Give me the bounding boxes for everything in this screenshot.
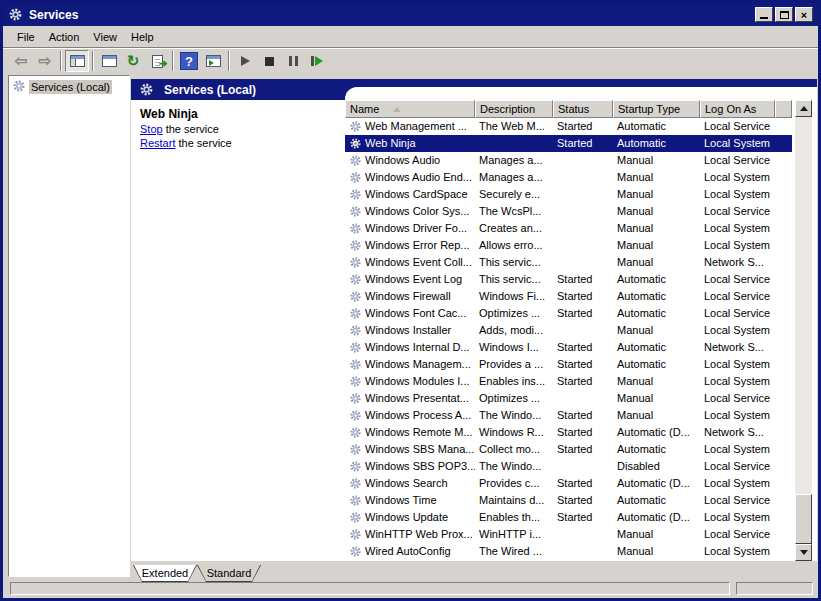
tree-item-label: Services (Local): [29, 80, 112, 94]
service-gear-icon: [349, 341, 362, 354]
service-log-on-as: Local System: [700, 441, 775, 458]
menu-help[interactable]: Help: [124, 29, 161, 45]
table-row[interactable]: Windows TimeMaintains d...StartedAutomat…: [345, 492, 792, 509]
service-status: Started: [553, 509, 613, 526]
table-row[interactable]: Windows Error Rep...Allows erro...Manual…: [345, 237, 792, 254]
table-row[interactable]: Windows Internal D...Windows I...Started…: [345, 339, 792, 356]
service-name: Windows Color Sys...: [365, 203, 470, 220]
pause-service-button[interactable]: [281, 50, 305, 72]
start-service-button[interactable]: [233, 50, 257, 72]
services-gear-icon: [139, 82, 154, 97]
service-startup-type: Automatic: [613, 305, 700, 322]
table-row[interactable]: Windows SearchProvides c...StartedAutoma…: [345, 475, 792, 492]
minimize-button[interactable]: [755, 7, 773, 22]
scroll-up-button[interactable]: [795, 100, 812, 117]
export-list-button[interactable]: ➔: [145, 50, 169, 72]
column-header-status[interactable]: Status: [553, 100, 613, 118]
table-row[interactable]: Windows CardSpaceSecurely e...ManualLoca…: [345, 186, 792, 203]
table-row[interactable]: Windows Event Coll...This servic...Manua…: [345, 254, 792, 271]
service-description: The Windo...: [475, 458, 553, 475]
service-log-on-as: Local System: [700, 237, 775, 254]
service-rows: Web Management ...The Web M...StartedAut…: [345, 118, 792, 560]
table-row[interactable]: Windows Color Sys...The WcsPl...ManualLo…: [345, 203, 792, 220]
scroll-down-button[interactable]: [795, 544, 812, 561]
show-console-tree-button[interactable]: [65, 50, 89, 72]
service-name: Windows CardSpace: [365, 186, 468, 203]
service-name: Windows Time: [365, 492, 437, 509]
service-gear-icon: [349, 239, 362, 252]
stop-service-button[interactable]: [257, 50, 281, 72]
table-row[interactable]: Windows Presentat...Optimizes ...ManualL…: [345, 390, 792, 407]
service-name: Windows Internal D...: [365, 339, 470, 356]
service-gear-icon: [349, 528, 362, 541]
table-row[interactable]: Windows FirewallWindows Fi...StartedAuto…: [345, 288, 792, 305]
tree-item-services-local[interactable]: Services (Local): [12, 79, 129, 95]
back-button[interactable]: ⇦: [9, 50, 33, 72]
table-row[interactable]: Windows Remote M...Windows R...StartedAu…: [345, 424, 792, 441]
service-startup-type: Manual: [613, 543, 700, 560]
close-button[interactable]: ×: [795, 7, 813, 22]
service-description: Windows Fi...: [475, 288, 553, 305]
properties-button[interactable]: [97, 50, 121, 72]
menu-file[interactable]: File: [10, 29, 42, 45]
back-icon: ⇦: [15, 52, 28, 70]
export-list-icon: ➔: [152, 55, 163, 68]
service-status: [553, 186, 613, 203]
show-action-pane-button[interactable]: [201, 50, 225, 72]
table-row[interactable]: Windows Event LogThis servic...StartedAu…: [345, 271, 792, 288]
table-row[interactable]: Windows Driver Fo...Creates an...ManualL…: [345, 220, 792, 237]
table-row[interactable]: Windows SBS Mana...Collect mo...StartedA…: [345, 441, 792, 458]
service-log-on-as: Local Service: [700, 526, 775, 543]
vertical-scrollbar[interactable]: [795, 100, 812, 561]
service-name: Windows Installer: [365, 322, 451, 339]
service-name: Windows Error Rep...: [365, 237, 470, 254]
table-row[interactable]: Wired AutoConfigThe Wired ...ManualLocal…: [345, 543, 792, 560]
service-status: Started: [553, 475, 613, 492]
table-row[interactable]: Windows Font Cac...Optimizes ...StartedA…: [345, 305, 792, 322]
refresh-button[interactable]: ↻: [121, 50, 145, 72]
service-gear-icon: [349, 120, 362, 133]
table-row[interactable]: Windows UpdateEnables th...StartedAutoma…: [345, 509, 792, 526]
restart-service-link[interactable]: Restart: [140, 137, 175, 149]
stop-service-link[interactable]: Stop: [140, 123, 163, 135]
title-bar[interactable]: Services ×: [3, 3, 818, 26]
table-row[interactable]: Windows InstallerAdds, modi...ManualLoca…: [345, 322, 792, 339]
service-gear-icon: [349, 477, 362, 490]
column-header-description[interactable]: Description: [475, 100, 553, 118]
table-row[interactable]: Windows AudioManages a...ManualLocal Ser…: [345, 152, 792, 169]
service-name: Windows Event Log: [365, 271, 462, 288]
service-description: The Windo...: [475, 407, 553, 424]
column-header-startup-type[interactable]: Startup Type: [613, 100, 700, 118]
table-row[interactable]: Web NinjaStartedAutomaticLocal System: [345, 135, 792, 152]
service-description: Collect mo...: [475, 441, 553, 458]
menu-view[interactable]: View: [86, 29, 124, 45]
table-row[interactable]: Windows Managem...Provides a ...StartedA…: [345, 356, 792, 373]
menu-action[interactable]: Action: [42, 29, 87, 45]
toolbar: ⇦ ⇨ ↻ ➔ ?: [3, 47, 818, 74]
status-bar: [3, 579, 818, 598]
service-status: [553, 526, 613, 543]
maximize-button[interactable]: [775, 7, 793, 22]
table-row[interactable]: Web Management ...The Web M...StartedAut…: [345, 118, 792, 135]
service-description: Manages a...: [475, 169, 553, 186]
sort-ascending-icon: [393, 107, 401, 112]
help-button[interactable]: ?: [177, 50, 201, 72]
service-log-on-as: Local System: [700, 475, 775, 492]
forward-button[interactable]: ⇨: [33, 50, 57, 72]
restart-service-button[interactable]: [305, 50, 329, 72]
column-header-name[interactable]: Name: [345, 100, 475, 118]
console-tree-pane: Services (Local): [8, 75, 130, 577]
table-row[interactable]: Windows Audio End...Manages a...ManualLo…: [345, 169, 792, 186]
column-header-log-on-as[interactable]: Log On As: [700, 100, 775, 118]
service-description: Optimizes ...: [475, 390, 553, 407]
table-row[interactable]: Windows Process A...The Windo...StartedM…: [345, 407, 792, 424]
properties-icon: [102, 55, 117, 67]
service-startup-type: Automatic: [613, 492, 700, 509]
service-description: This servic...: [475, 254, 553, 271]
service-log-on-as: Local Service: [700, 492, 775, 509]
table-row[interactable]: Windows Modules I...Enables ins...Starte…: [345, 373, 792, 390]
scrollbar-thumb[interactable]: [795, 494, 812, 544]
table-row[interactable]: WinHTTP Web Prox...WinHTTP i...ManualLoc…: [345, 526, 792, 543]
scroll-up-icon: [800, 106, 808, 111]
table-row[interactable]: Windows SBS POP3...The Windo...DisabledL…: [345, 458, 792, 475]
